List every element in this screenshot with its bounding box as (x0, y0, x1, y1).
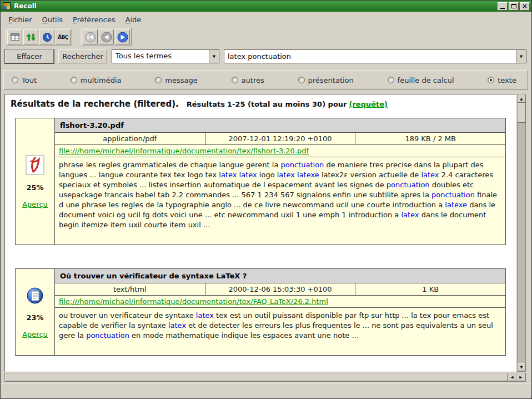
filter-label: multimédia (81, 76, 122, 84)
result-item: 25% Aperçu flshort-3.20.pdf application/… (15, 118, 506, 245)
result-url-link[interactable]: file:///home/michael/informatique/docume… (59, 147, 309, 155)
highlighted-term: ponctuation (387, 181, 430, 189)
horizontal-scrollbar[interactable]: ◀ ▶ (4, 373, 526, 382)
window-title: Recoll (14, 2, 496, 10)
first-page-button[interactable] (83, 29, 98, 44)
highlighted-term: latex (421, 171, 439, 179)
app-icon (3, 2, 11, 10)
result-mime-type: application/pdf (55, 133, 205, 144)
show-as-table-button[interactable] (7, 29, 22, 44)
chevron-down-icon[interactable]: ▼ (209, 50, 219, 63)
next-page-button[interactable] (115, 29, 130, 44)
highlighted-term: ponctuation (431, 191, 475, 199)
filter-radio-feuille-de-calcul[interactable]: feuille de calcul (388, 76, 454, 84)
results-summary: Résultats1-25 (total au moins 30) pour(r… (187, 100, 390, 108)
results-header: Résultats de la recherche (filtered).Rés… (11, 99, 511, 109)
results-title: Résultats de la recherche (filtered). (11, 99, 179, 109)
radio-button-icon (488, 77, 494, 83)
search-mode-combobox[interactable]: Tous les termes ▼ (112, 49, 219, 63)
term-explorer-button[interactable]: ÂBÇ (56, 29, 71, 44)
result-item: 23% Aperçu Où trouver un vérificateur de… (15, 268, 506, 356)
filter-radio-texte[interactable]: texte (488, 76, 516, 84)
filter-radio-autres[interactable]: autres (232, 76, 264, 84)
previous-page-button[interactable] (99, 29, 114, 44)
minimize-button[interactable] (498, 2, 508, 11)
arrow-down-icon: ▼ (520, 365, 523, 370)
pdf-file-icon (26, 155, 44, 175)
filter-label: message (165, 76, 197, 84)
history-clock-icon (42, 32, 53, 43)
next-page-icon (117, 31, 129, 43)
radio-button-icon (298, 77, 305, 83)
result-date: 2000-12-06 15:03:30 +0100 (205, 283, 356, 295)
radio-button-icon (12, 77, 18, 83)
results-summary-label: Résultats (187, 100, 225, 108)
result-meta-row: application/pdf 2007-12-01 12:19:20 +010… (55, 133, 505, 145)
previous-page-icon (101, 31, 113, 43)
search-mode-value: Tous les termes (112, 50, 209, 63)
toolbar-group-tools: ÂBÇ (6, 28, 72, 46)
clear-button[interactable]: Effacer (5, 49, 54, 63)
search-button[interactable]: Rechercher (58, 49, 107, 63)
filter-radio-message[interactable]: message (155, 76, 197, 84)
scroll-right-button[interactable]: ▶ (516, 373, 525, 381)
arrow-right-icon: ▶ (519, 375, 522, 380)
results-range: 1-25 (total au moins 30) pour (227, 100, 347, 108)
menu-item-aide[interactable]: Aide (121, 13, 147, 26)
result-date: 2007-12-01 12:19:20 +0100 (205, 133, 356, 144)
toolbar: ÂBÇ (1, 27, 531, 47)
relevance-percent: 23% (26, 313, 43, 322)
vertical-scrollbar-trough[interactable] (518, 123, 525, 363)
spellcheck-abc-icon: ÂBÇ (58, 34, 68, 40)
scroll-left-button[interactable]: ◀ (508, 373, 516, 381)
search-query-input[interactable] (224, 50, 516, 63)
result-url-row: file:///home/michael/informatique/docume… (55, 296, 505, 308)
query-details-link[interactable]: (requête) (349, 100, 388, 108)
highlighted-term: latex (168, 321, 186, 330)
filter-radio-tout[interactable]: Tout (12, 76, 37, 84)
result-url-link[interactable]: file:///home/michael/informatique/docume… (59, 297, 328, 306)
query-history-chevron-icon[interactable]: ▼ (516, 50, 526, 63)
html-file-icon (26, 286, 44, 305)
highlighted-term: latex latexe (277, 171, 319, 179)
close-button[interactable]: × (520, 2, 530, 11)
vertical-scrollbar-thumb[interactable] (518, 103, 525, 123)
filter-radio-presentation[interactable]: présentation (298, 76, 354, 84)
result-side-panel: 25% Aperçu (15, 118, 55, 245)
highlighted-term: ponctuation (86, 331, 129, 340)
result-side-panel: 23% Aperçu (15, 268, 55, 356)
scroll-down-button[interactable]: ▼ (518, 363, 525, 371)
status-bar (1, 383, 531, 398)
filter-label: Tout (22, 76, 37, 84)
menu-item-preferences[interactable]: Préférences (68, 13, 120, 26)
document-history-button[interactable] (39, 29, 54, 44)
maximize-button[interactable] (509, 2, 519, 11)
highlighted-term: latex (196, 311, 214, 320)
result-size: 189 KB / 2 MB (355, 133, 505, 144)
highlighted-term: latex latex (219, 171, 257, 179)
results-list: Résultats de la recherche (filtered).Rés… (5, 94, 516, 356)
relevance-percent: 25% (26, 183, 43, 192)
result-url-row: file:///home/michael/informatique/docume… (55, 145, 505, 157)
menu-item-fichier[interactable]: Fichier (3, 13, 37, 26)
filter-label: texte (498, 76, 516, 84)
result-mime-type: text/html (55, 283, 205, 295)
horizontal-scrollbar-thumb[interactable] (5, 373, 508, 381)
result-size: 1 KB (355, 283, 505, 295)
filter-bar: Toutmultimédiamessageautresprésentationf… (3, 70, 528, 90)
results-pane: Résultats de la recherche (filtered).Rés… (4, 94, 516, 372)
arrow-left-icon: ◀ (510, 375, 513, 380)
filter-radio-multimedia[interactable]: multimédia (71, 76, 122, 84)
preview-link[interactable]: Aperçu (22, 200, 48, 208)
scroll-up-button[interactable]: ▲ (518, 94, 525, 103)
result-snippet: phrase les regles grammaticales de chaqu… (55, 157, 505, 245)
highlighted-term: latex (401, 211, 419, 219)
preview-link[interactable]: Aperçu (22, 330, 48, 338)
recoll-window: Recoll × FichierOutilsPréférencesAide (0, 0, 532, 399)
vertical-scrollbar[interactable]: ▲ ▼ (517, 94, 526, 372)
menu-item-outils[interactable]: Outils (37, 13, 68, 26)
sort-by-date-button[interactable] (23, 29, 38, 44)
radio-button-icon (71, 77, 77, 83)
title-bar: Recoll × (1, 1, 531, 12)
query-combobox: ▼ (224, 49, 526, 63)
